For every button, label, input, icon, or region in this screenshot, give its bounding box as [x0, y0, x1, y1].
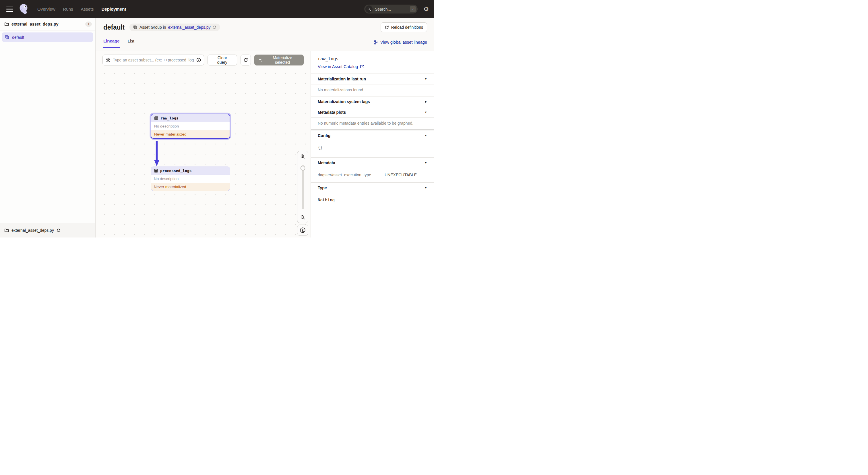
config-value: {} [311, 141, 434, 157]
search-shortcut-badge: / [410, 6, 416, 12]
asset-subset-input[interactable] [113, 58, 194, 62]
metadata-value: UNEXECUTABLE [384, 173, 417, 177]
asset-node-header: raw_logs [151, 114, 229, 122]
global-lineage-label: View global asset lineage [380, 40, 427, 44]
asset-node-description: No description [151, 122, 229, 130]
refresh-icon [243, 58, 248, 62]
zoom-slider-track[interactable] [302, 165, 304, 209]
asset-count-badge: 1 [85, 22, 92, 27]
panel-asset-title: raw_logs [318, 56, 427, 61]
materialize-selected-label: Materialize selected [265, 55, 300, 65]
asset-node-status: Never materialized [151, 183, 230, 191]
nav-item-runs[interactable]: Runs [63, 7, 73, 11]
tab-lineage[interactable]: Lineage [103, 38, 120, 48]
folder-icon [4, 228, 9, 233]
sidebar-item-label: default [12, 35, 24, 40]
section-metadata-plots[interactable]: Metadata plots ▼ [311, 107, 434, 117]
materialization-empty-text: No materializations found [311, 84, 434, 96]
badge-repo-link[interactable]: external_asset_deps.py [168, 25, 211, 30]
refresh-icon [384, 25, 389, 30]
asset-node-name: raw_logs [160, 116, 179, 120]
section-type[interactable]: Type ▼ [311, 182, 434, 193]
sidebar-item-default-group[interactable]: default [2, 32, 93, 42]
top-nav-items: Overview Runs Assets Deployment [37, 7, 134, 11]
footer-repo-label: external_asset_deps.py [11, 228, 54, 233]
table-icon [154, 169, 158, 173]
nav-item-assets[interactable]: Assets [81, 7, 94, 11]
sidebar-footer: external_asset_deps.py [0, 223, 95, 237]
section-label: Config [318, 133, 330, 138]
catalog-link-label: View in Asset Catalog [318, 64, 358, 69]
refresh-icon[interactable] [57, 228, 61, 232]
section-label: Type [318, 185, 327, 190]
folder-icon [4, 22, 9, 26]
hamburger-menu-icon[interactable] [6, 7, 13, 12]
asset-node-name: processed_logs [160, 169, 192, 173]
metadata-key: dagster/asset_execution_type [318, 173, 384, 177]
nav-item-deployment[interactable]: Deployment [102, 7, 126, 11]
search-input[interactable] [375, 7, 408, 11]
lineage-edge-arrow [154, 141, 160, 167]
asset-node-processed-logs[interactable]: processed_logs No description Never mate… [151, 167, 230, 191]
sidebar-repo-row[interactable]: external_asset_deps.py 1 [0, 18, 95, 30]
zoom-in-button[interactable] [298, 151, 308, 162]
reload-definitions-label: Reload definitions [391, 25, 423, 30]
zoom-slider-thumb[interactable] [300, 166, 305, 171]
download-icon [300, 227, 306, 233]
caret-down-icon: ▼ [425, 111, 427, 114]
external-link-icon [360, 65, 364, 69]
clear-query-button[interactable]: Clear query [208, 55, 237, 65]
section-config[interactable]: Config ▼ [311, 130, 434, 141]
asset-detail-panel: raw_logs View in Asset Catalog Materiali… [311, 51, 434, 237]
caret-down-icon: ▼ [425, 78, 427, 81]
view-global-asset-lineage-link[interactable]: View global asset lineage [374, 40, 427, 48]
type-value: Nothing [311, 193, 434, 209]
table-icon [154, 116, 158, 120]
metadata-row: dagster/asset_execution_type UNEXECUTABL… [311, 168, 434, 182]
caret-down-icon: ▼ [425, 186, 427, 189]
section-metadata[interactable]: Metadata ▼ [311, 157, 434, 168]
section-label: Materialization system tags [318, 99, 370, 104]
zoom-out-button[interactable] [298, 212, 308, 223]
gear-icon[interactable]: ⚙ [423, 6, 429, 12]
asset-subset-query[interactable] [102, 55, 204, 65]
zoom-control [297, 151, 308, 223]
zoom-in-icon [300, 154, 305, 159]
asset-node-raw-logs[interactable]: raw_logs No description Never materializ… [151, 114, 230, 139]
view-in-asset-catalog-link[interactable]: View in Asset Catalog [318, 64, 364, 69]
clear-query-label: Clear query [212, 55, 232, 65]
zoom-slider[interactable] [298, 162, 308, 212]
materialize-selected-button[interactable]: Materialize selected [254, 55, 304, 65]
download-image-button[interactable] [297, 225, 308, 236]
metadata-plots-empty-text: No numeric metadata entries available to… [311, 117, 434, 129]
section-label: Metadata plots [318, 110, 346, 115]
asset-node-header: processed_logs [151, 167, 230, 175]
info-icon[interactable] [196, 58, 201, 62]
refresh-icon[interactable] [212, 25, 216, 29]
global-search[interactable]: / [364, 5, 417, 13]
top-nav: Overview Runs Assets Deployment / ⚙ [0, 0, 434, 18]
badge-prefix: Asset Group in [140, 25, 166, 30]
lineage-toolbar: Clear query Materialize selected [96, 51, 311, 69]
caret-down-icon: ▼ [425, 134, 427, 137]
caret-right-icon: ▶ [425, 100, 427, 103]
asset-node-status: Never materialized [151, 130, 229, 138]
reload-definitions-button[interactable]: Reload definitions [381, 22, 427, 32]
section-materialization-system-tags[interactable]: Materialization system tags ▶ [311, 96, 434, 107]
sidebar-repo-label: external_asset_deps.py [11, 22, 83, 26]
nav-item-overview[interactable]: Overview [37, 7, 55, 11]
asset-node-description: No description [151, 175, 230, 183]
section-materialization-in-last-run[interactable]: Materialization in last run ▼ [311, 73, 434, 84]
dagster-logo-icon[interactable] [19, 3, 29, 15]
sidebar: external_asset_deps.py 1 default externa… [0, 18, 96, 237]
section-label: Metadata [318, 160, 335, 165]
page-title: default [103, 24, 125, 31]
asset-group-icon [133, 25, 137, 30]
lineage-graph-icon [374, 40, 378, 44]
asset-group-icon [5, 35, 9, 40]
tab-list[interactable]: List [128, 38, 134, 48]
page-header: default Asset Group in external_asset_de… [96, 18, 434, 51]
search-icon [365, 5, 373, 12]
refresh-graph-button[interactable] [241, 55, 251, 65]
lineage-canvas[interactable]: Clear query Materialize selected [96, 51, 311, 237]
